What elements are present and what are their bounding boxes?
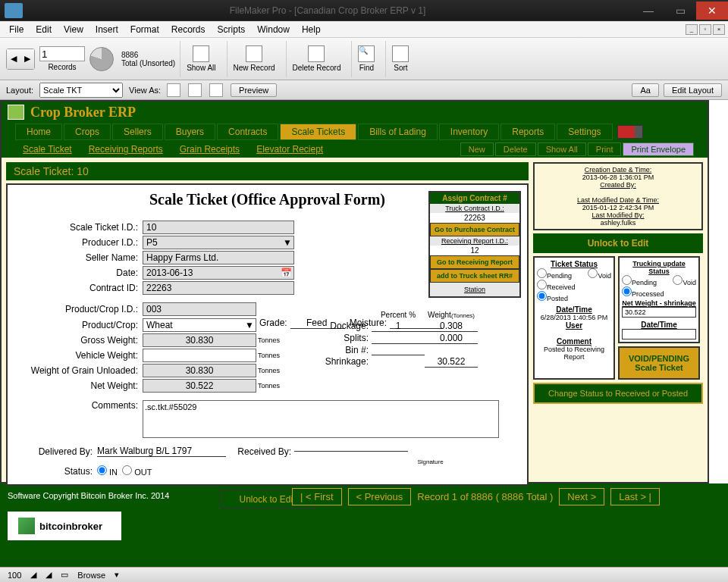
menu-records[interactable]: Records [165,22,212,37]
delivered-by-field[interactable]: Mark Walburg B/L 1797 [97,446,226,457]
preview-button[interactable]: Preview [231,83,277,97]
unlock-bar[interactable]: Unlock to Edit [533,233,703,253]
producer-id-field[interactable]: P5▼ [143,236,294,249]
sort-button[interactable]: Sort [385,41,415,77]
grain-unloaded-field[interactable]: 30.830 [143,364,256,377]
tu-pending-radio[interactable]: Pending [622,275,657,286]
dropdown-icon[interactable]: ▼ [245,320,254,330]
btn-print[interactable]: Print [588,142,622,156]
go-purchase-button[interactable]: Go to Purchase Contract [430,223,519,236]
product-crop-id-field[interactable]: 003 [143,302,256,316]
dockage-wt-field[interactable]: 0.308 [425,321,478,332]
zoom-level[interactable]: 100 [5,570,24,580]
nav-home[interactable]: Home [15,124,62,140]
menu-format[interactable]: Format [124,22,165,37]
maximize-button[interactable]: ▭ [664,2,696,20]
mode-dropdown-icon[interactable]: ▾ [111,569,122,580]
menu-scripts[interactable]: Scripts [212,22,252,37]
calendar-icon[interactable]: 📅 [281,268,292,278]
menu-file[interactable]: File [3,22,30,37]
view-list-button[interactable] [188,83,202,97]
contract-id-field[interactable]: 22263 [143,281,294,295]
nav-bol[interactable]: Bills of Lading [358,124,438,140]
btn-new[interactable]: New [460,142,494,156]
copyright: Software Copyright Bitcoin Broker Inc. 2… [8,491,169,500]
edit-layout-button[interactable]: Edit Layout [664,83,722,97]
aa-button[interactable]: Aa [632,83,658,97]
dropdown-icon[interactable]: ▼ [283,237,292,248]
subnav-grain[interactable]: Grain Receipts [172,142,247,156]
last-record-button[interactable]: Last > | [610,488,660,505]
prev-record-button[interactable]: ◀ [7,49,20,69]
received-by-field[interactable] [294,451,408,452]
find-button[interactable]: 🔍Find [351,41,381,77]
shrinkage-field[interactable]: 30.522 [425,356,478,368]
next-record-nav-button[interactable]: Next > [559,488,604,505]
tu-processed-radio[interactable]: Processed [622,286,696,298]
status-in-radio[interactable]: IN [97,465,118,477]
first-record-button[interactable]: | < First [292,488,341,505]
dockage-pct-field[interactable]: 1 [372,321,425,332]
add-truck-button[interactable]: add to Truck sheet RR# [430,269,519,283]
status-pending-radio[interactable]: Pending [537,268,572,280]
void-pending-button[interactable]: VOID/PENDING Scale Ticket [618,346,700,380]
nav-buyers[interactable]: Buyers [165,124,215,140]
minimize-button[interactable]: — [632,2,664,20]
view-form-button[interactable] [167,83,180,97]
truck-icon[interactable] [617,125,643,139]
next-record-button[interactable]: ▶ [20,49,34,69]
seller-name-field[interactable]: Happy Farms Ltd. [143,251,294,264]
btn-show-all[interactable]: Show All [538,142,586,156]
mode-label[interactable]: Browse [74,570,108,580]
status-out-radio[interactable]: OUT [122,465,152,477]
go-receiving-button[interactable]: Go to Receiving Report [430,255,519,269]
scale-ticket-id-field[interactable]: 10 [143,221,294,234]
zoom-out-icon[interactable]: ◢ [27,569,39,580]
date-field[interactable]: 2013-06-13📅 [143,266,294,280]
vehicle-weight-field[interactable] [143,349,256,362]
subnav-elevator[interactable]: Elevator Reciept [249,142,331,156]
gross-weight-field[interactable]: 30.830 [143,333,256,347]
bin-field[interactable] [372,345,425,355]
menu-window[interactable]: Window [251,22,296,37]
subnav-scale-ticket[interactable]: Scale Ticket [15,142,80,156]
status-posted-radio[interactable]: Posted [537,291,611,302]
product-crop-field[interactable]: Wheat▼ [143,318,256,332]
mdi-restore-button[interactable]: ▫ [699,24,711,35]
form-panel: Scale Ticket (Office Approval Form) Assi… [6,183,529,486]
nav-contracts[interactable]: Contracts [217,124,278,140]
delete-record-button[interactable]: Delete Record [286,41,347,77]
layout-select[interactable]: Scale TKT [39,83,123,98]
show-all-button[interactable]: Show All [180,41,221,77]
nav-settings[interactable]: Settings [557,124,612,140]
splits-pct-field[interactable] [372,333,425,344]
zoom-in-icon[interactable]: ◢ [42,569,55,580]
prev-record-nav-button[interactable]: < Previous [348,488,412,505]
splits-wt-field[interactable]: 0.000 [425,333,478,344]
close-button[interactable]: ✕ [696,2,728,20]
view-table-button[interactable] [209,83,223,97]
record-number-input[interactable] [39,46,85,61]
nav-sellers[interactable]: Sellers [112,124,163,140]
menu-view[interactable]: View [58,22,89,37]
menu-help[interactable]: Help [296,22,327,37]
nav-scale-tickets[interactable]: Scale Tickets [280,124,356,140]
btn-delete[interactable]: Delete [495,142,536,156]
new-record-button[interactable]: New Record [227,41,281,77]
mdi-minimize-button[interactable]: _ [686,24,698,35]
comments-field[interactable]: .sc.tkt.#55029 [143,400,499,438]
nav-reports[interactable]: Reports [500,124,555,140]
toggle-icon[interactable]: ▭ [58,569,71,580]
tu-void-radio[interactable]: Void [673,275,696,286]
subnav-receiving[interactable]: Receiving Reports [81,142,171,156]
menu-insert[interactable]: Insert [89,22,124,37]
nav-crops[interactable]: Crops [64,124,111,140]
net-weight-field[interactable]: 30.522 [143,379,256,393]
change-status-button[interactable]: Change Status to Received or Posted [533,383,703,404]
nav-inventory[interactable]: Inventory [439,124,499,140]
status-void-radio[interactable]: Void [588,268,611,280]
menu-edit[interactable]: Edit [30,22,58,37]
btn-print-envelope[interactable]: Print Envelope [623,142,694,156]
status-received-radio[interactable]: Received [537,280,611,291]
mdi-close-button[interactable]: × [713,24,725,35]
